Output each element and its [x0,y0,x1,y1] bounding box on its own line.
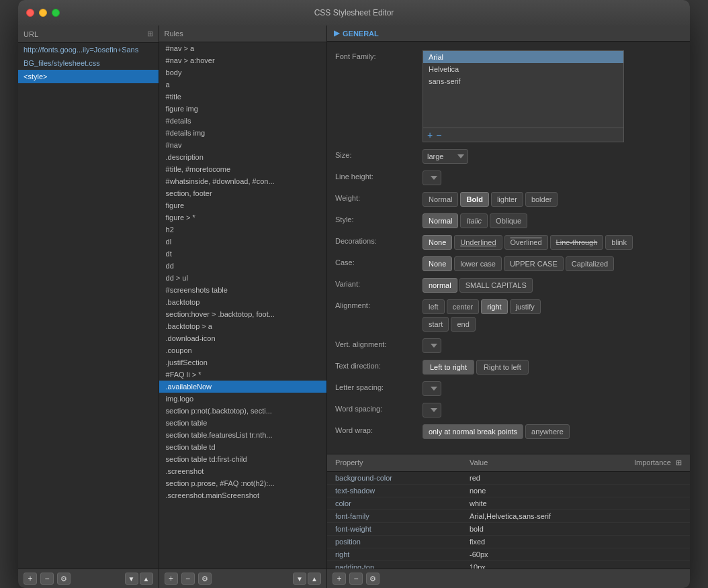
rule-item-0[interactable]: #nav > a [159,42,326,54]
table-row-2[interactable]: color white [327,497,690,510]
rules-add-button[interactable]: + [165,573,178,585]
rule-item-31[interactable]: section table [159,417,326,429]
rule-item-17[interactable]: dt [159,248,326,260]
rule-item-2[interactable]: body [159,66,326,79]
rule-item-25[interactable]: .coupon [159,344,326,356]
rule-item-24[interactable]: .download-icon [159,332,326,344]
variant-normal-btn[interactable]: normal [423,278,457,293]
maximize-button[interactable] [52,9,60,17]
general-toggle[interactable]: ▶ GENERAL [334,29,379,38]
rule-item-11[interactable]: #whatsinside, #download, #con... [159,175,326,187]
deco-linethrough-btn[interactable]: Line-through [550,235,604,250]
line-height-select[interactable] [423,170,441,185]
table-row-4[interactable]: font-weight bold [327,523,690,536]
deco-blink-btn[interactable]: blink [605,235,633,250]
rules-nav-up[interactable]: ▲ [308,573,321,585]
rule-item-29[interactable]: img.logo [159,393,326,405]
style-italic-btn[interactable]: Italic [460,213,488,228]
word-spacing-select[interactable] [423,403,441,418]
url-add-button[interactable]: + [24,573,37,585]
font-item-helvetica[interactable]: Helvetica [423,63,623,75]
style-normal-btn[interactable]: Normal [423,213,458,228]
deco-underline-btn[interactable]: Underlined [454,235,502,250]
table-add-button[interactable]: + [333,573,346,585]
wrap-normal-btn[interactable]: only at normal break points [423,424,523,439]
rule-item-5[interactable]: figure img [159,103,326,115]
rules-settings-button[interactable]: ⚙ [198,573,212,585]
variant-smallcaps-btn[interactable]: SMALL CAPITALS [459,278,533,293]
rule-item-20[interactable]: #screenshots table [159,284,326,296]
dir-ltr-btn[interactable]: Left to right [423,360,474,375]
rule-item-16[interactable]: dl [159,236,326,248]
table-settings-button[interactable]: ⚙ [366,573,380,585]
rule-item-22[interactable]: section:hover > .backtotop, foot... [159,308,326,320]
rule-item-6[interactable]: #details [159,115,326,127]
letter-spacing-select[interactable] [423,381,441,396]
rules-remove-button[interactable]: − [181,573,195,585]
url-settings-button[interactable]: ⚙ [57,573,71,585]
table-row-7[interactable]: padding-top 10px [327,561,690,569]
weight-bolder-btn[interactable]: bolder [525,192,558,207]
rule-item-28[interactable]: .availableNow [159,381,326,393]
font-item-arial[interactable]: Arial [423,51,623,63]
rule-item-23[interactable]: .backtotop > a [159,320,326,332]
rule-item-37[interactable]: .screenshot.mainScreenshot [159,489,326,501]
url-item-1[interactable]: BG_files/stylesheet.css [18,56,159,70]
url-item-2[interactable]: <style> [18,70,159,83]
weight-bold-btn[interactable]: Bold [460,192,488,207]
rule-item-27[interactable]: #FAQ li > * [159,369,326,381]
case-capitalized-btn[interactable]: Capitalized [566,256,614,271]
font-add-button[interactable]: + [427,130,433,140]
rule-item-4[interactable]: #title [159,91,326,103]
rule-item-1[interactable]: #nav > a:hover [159,54,326,66]
table-row-1[interactable]: text-shadow none [327,485,690,497]
url-nav-down[interactable]: ▼ [125,573,138,585]
align-start-btn[interactable]: start [423,317,449,332]
rule-item-7[interactable]: #details img [159,127,326,139]
align-right-btn[interactable]: right [481,299,507,314]
deco-overline-btn[interactable]: Overlined [504,235,548,250]
dir-rtl-btn[interactable]: Right to left [476,360,529,375]
deco-none-btn[interactable]: None [423,235,452,250]
case-lower-btn[interactable]: lower case [454,256,502,271]
align-left-btn[interactable]: left [423,299,445,314]
rule-item-3[interactable]: a [159,79,326,91]
rule-item-18[interactable]: dd [159,260,326,272]
style-oblique-btn[interactable]: Oblique [490,213,527,228]
rule-item-32[interactable]: section table.featuresList tr:nth... [159,429,326,441]
wrap-anywhere-btn[interactable]: anywhere [525,424,570,439]
rule-item-10[interactable]: #title, #moretocome [159,163,326,175]
font-remove-button[interactable]: − [436,130,441,140]
rules-nav-down[interactable]: ▼ [293,573,306,585]
weight-lighter-btn[interactable]: lighter [491,192,523,207]
rule-item-30[interactable]: section p:not(.backtotop), secti... [159,405,326,417]
url-remove-button[interactable]: − [40,573,54,585]
table-row-6[interactable]: right -60px [327,548,690,561]
size-select[interactable]: large small medium x-large [423,149,468,164]
rule-item-36[interactable]: section p.prose, #FAQ :not(h2):... [159,477,326,489]
rule-item-35[interactable]: .screenshot [159,465,326,477]
case-none-btn[interactable]: None [423,256,452,271]
table-row-0[interactable]: background-color red [327,472,690,485]
rule-item-9[interactable]: .description [159,151,326,163]
close-button[interactable] [26,9,34,17]
vert-alignment-select[interactable] [423,338,441,353]
table-remove-button[interactable]: − [349,573,363,585]
weight-normal-btn[interactable]: Normal [423,192,458,207]
rule-item-15[interactable]: h2 [159,224,326,236]
rule-item-21[interactable]: .backtotop [159,296,326,308]
align-justify-btn[interactable]: justify [510,299,541,314]
rule-item-14[interactable]: figure > * [159,211,326,224]
rule-item-19[interactable]: dd > ul [159,272,326,284]
font-item-sans-serif[interactable]: sans-serif [423,75,623,87]
rule-item-13[interactable]: figure [159,199,326,211]
url-nav-up[interactable]: ▲ [140,573,153,585]
case-upper-btn[interactable]: UPPER CASE [504,256,564,271]
rule-item-34[interactable]: section table td:first-child [159,453,326,465]
rule-item-26[interactable]: .justifSection [159,356,326,369]
rule-item-33[interactable]: section table td [159,441,326,453]
table-row-3[interactable]: font-family Arial,Helvetica,sans-serif [327,510,690,523]
url-item-0[interactable]: http://fonts.goog...ily=Josefin+Sans [18,43,159,56]
rule-item-8[interactable]: #nav [159,139,326,151]
rule-item-12[interactable]: section, footer [159,187,326,199]
